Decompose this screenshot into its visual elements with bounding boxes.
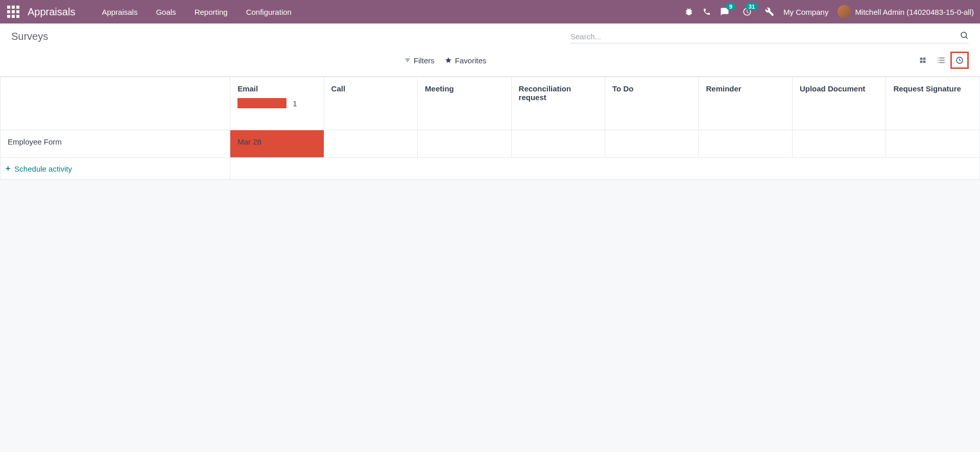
col-label: Reconciliation request [519, 84, 571, 102]
schedule-row: + Schedule activity [1, 158, 980, 180]
col-label: Meeting [425, 84, 454, 93]
progress-bar[interactable] [237, 98, 286, 108]
col-label: Upload Document [800, 84, 865, 93]
filters-button[interactable]: Filters [404, 56, 435, 65]
filters-label: Filters [414, 56, 435, 65]
navbar-right: 9 31 My Company Mitchell Admin (14020483… [684, 5, 974, 18]
col-header-empty [1, 77, 230, 130]
messages-icon[interactable]: 9 [720, 7, 729, 16]
activity-cell-todo[interactable] [605, 130, 699, 158]
page-title: Surveys [11, 31, 48, 43]
user-name: Mitchell Admin (14020483-15-0-all) [855, 8, 974, 16]
app-brand[interactable]: Appraisals [28, 6, 75, 18]
activities-icon[interactable]: 31 [743, 7, 752, 16]
control-panel: Surveys Filters Favorites [0, 23, 980, 77]
activity-cell-reconciliation[interactable] [511, 130, 605, 158]
nav-item-configuration[interactable]: Configuration [237, 8, 301, 16]
filter-group: Filters Favorites [404, 56, 487, 65]
schedule-label: Schedule activity [14, 164, 72, 173]
svg-point-0 [961, 32, 967, 38]
activity-cell-reminder[interactable] [699, 130, 792, 158]
bug-icon[interactable] [684, 7, 694, 16]
col-header-meeting[interactable]: Meeting [418, 77, 511, 130]
row-name[interactable]: Employee Form [1, 130, 230, 158]
table-header-row: Email 1 Call Meeting Reconciliation requ… [1, 77, 980, 130]
svg-line-1 [966, 37, 967, 38]
activity-cell-meeting[interactable] [418, 130, 511, 158]
favorites-button[interactable]: Favorites [445, 56, 487, 65]
apps-icon[interactable] [6, 5, 20, 19]
search-area [570, 31, 969, 43]
col-header-call[interactable]: Call [324, 77, 417, 130]
col-header-todo[interactable]: To Do [605, 77, 699, 130]
cp-row-top: Surveys [0, 23, 980, 46]
clock-icon [955, 56, 964, 64]
col-header-reminder[interactable]: Reminder [699, 77, 792, 130]
activity-cell-email[interactable]: Mar 28 [230, 130, 324, 158]
phone-icon[interactable] [703, 8, 711, 16]
activities-badge: 31 [746, 3, 758, 10]
col-header-reconciliation[interactable]: Reconciliation request [511, 77, 605, 130]
col-header-email[interactable]: Email 1 [230, 77, 324, 130]
top-navbar: Appraisals Appraisals Goals Reporting Co… [0, 0, 980, 23]
user-menu[interactable]: Mitchell Admin (14020483-15-0-all) [838, 5, 974, 18]
progress-count: 1 [293, 99, 297, 108]
nav-item-reporting[interactable]: Reporting [185, 8, 237, 16]
filter-icon [404, 57, 411, 63]
cp-row-bottom: Filters Favorites [0, 46, 980, 76]
col-header-upload[interactable]: Upload Document [792, 77, 886, 130]
col-label: To Do [612, 84, 633, 93]
view-list-button[interactable] [932, 52, 950, 69]
nav-menu: Appraisals Goals Reporting Configuration [92, 8, 301, 16]
view-kanban-button[interactable] [914, 52, 932, 69]
avatar [838, 5, 851, 18]
col-label: Request Signature [893, 84, 961, 93]
search-icon[interactable] [960, 31, 969, 42]
nav-item-appraisals[interactable]: Appraisals [92, 8, 147, 16]
view-switcher [914, 52, 969, 69]
plus-icon: + [6, 164, 10, 173]
search-input[interactable] [570, 32, 960, 41]
col-header-signature[interactable]: Request Signature [886, 77, 980, 130]
activity-table: Email 1 Call Meeting Reconciliation requ… [0, 77, 980, 180]
navbar-left: Appraisals Appraisals Goals Reporting Co… [6, 5, 301, 19]
schedule-activity-button[interactable]: + Schedule activity [1, 158, 230, 180]
col-label: Email [237, 84, 316, 93]
col-label: Reminder [706, 84, 741, 93]
view-activity-button[interactable] [950, 52, 969, 69]
kanban-icon [919, 56, 927, 64]
progress-row: 1 [237, 98, 316, 108]
tools-icon[interactable] [765, 7, 774, 16]
activity-cell-call[interactable] [324, 130, 417, 158]
schedule-empty [230, 158, 980, 180]
nav-item-goals[interactable]: Goals [147, 8, 185, 16]
company-selector[interactable]: My Company [783, 8, 828, 16]
table-row: Employee Form Mar 28 [1, 130, 980, 158]
col-label: Call [331, 84, 346, 93]
activity-cell-upload[interactable] [792, 130, 886, 158]
activity-cell-signature[interactable] [886, 130, 980, 158]
list-icon [937, 56, 946, 65]
favorites-label: Favorites [455, 56, 487, 65]
star-icon [445, 57, 452, 64]
messages-badge: 9 [726, 3, 735, 10]
